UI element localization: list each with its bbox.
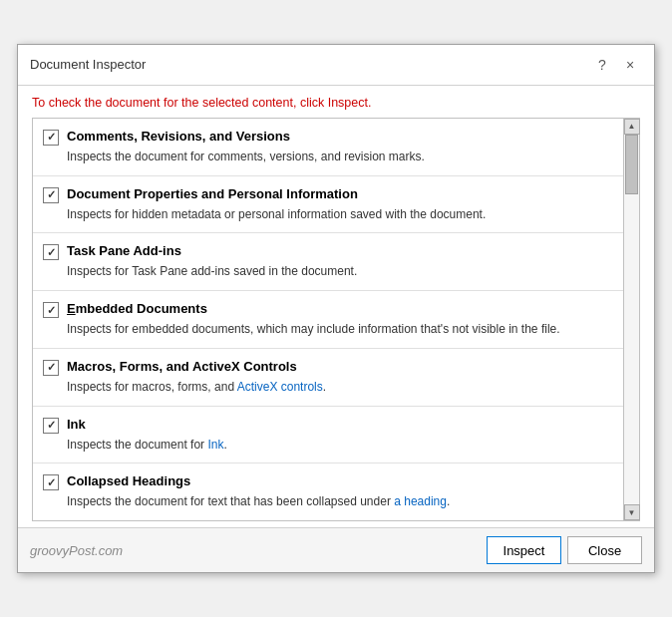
list-item: Macros, Forms, and ActiveX Controls Insp… — [33, 349, 623, 407]
item-desc-embedded: Inspects for embedded documents, which m… — [67, 321, 613, 338]
dialog-body: To check the document for the selected c… — [18, 86, 654, 528]
item-desc-headings: Inspects the document for text that has … — [67, 493, 613, 510]
help-button[interactable]: ? — [590, 53, 614, 77]
item-title-taskpane: Task Pane Add-ins — [67, 243, 181, 258]
item-checkbox-ink[interactable] — [43, 418, 59, 434]
item-header: Ink — [43, 417, 613, 434]
item-checkbox-embedded[interactable] — [43, 302, 59, 318]
title-bar: Document Inspector ? × — [18, 45, 654, 86]
scroll-up-arrow[interactable]: ▲ — [624, 119, 640, 135]
scroll-thumb[interactable] — [625, 135, 638, 194]
dialog-footer: groovyPost.com Inspect Close — [18, 527, 654, 572]
item-header: Collapsed Headings — [43, 473, 613, 490]
item-title-embedded: Embedded Documents — [67, 301, 207, 316]
scrollbar: ▲ ▼ — [623, 119, 639, 521]
title-bar-buttons: ? × — [590, 53, 642, 77]
item-header: Macros, Forms, and ActiveX Controls — [43, 359, 613, 376]
list-item: Comments, Revisions, and Versions Inspec… — [33, 119, 623, 176]
item-checkbox-properties[interactable] — [43, 187, 59, 203]
item-checkbox-macros[interactable] — [43, 360, 59, 376]
item-desc-properties: Inspects for hidden metadata or personal… — [67, 206, 613, 223]
item-header: Embedded Documents — [43, 301, 613, 318]
close-title-button[interactable]: × — [618, 53, 642, 77]
list-item: Collapsed Headings Inspects the document… — [33, 463, 623, 520]
item-checkbox-comments[interactable] — [43, 130, 59, 146]
list-item: Document Properties and Personal Informa… — [33, 176, 623, 234]
document-inspector-dialog: Document Inspector ? × To check the docu… — [17, 44, 655, 574]
item-desc-macros: Inspects for macros, forms, and ActiveX … — [67, 379, 613, 396]
watermark: groovyPost.com — [30, 543, 123, 558]
item-checkbox-taskpane[interactable] — [43, 244, 59, 260]
inspection-list: Comments, Revisions, and Versions Inspec… — [33, 119, 623, 521]
list-item: Embedded Documents Inspects for embedded… — [33, 291, 623, 349]
dialog-title: Document Inspector — [30, 57, 146, 72]
item-desc-ink: Inspects the document for Ink. — [67, 437, 613, 454]
item-header: Comments, Revisions, and Versions — [43, 129, 613, 146]
item-title-macros: Macros, Forms, and ActiveX Controls — [67, 359, 297, 374]
inspect-button[interactable]: Inspect — [487, 536, 561, 564]
scroll-down-arrow[interactable]: ▼ — [624, 504, 640, 520]
item-desc-comments: Inspects the document for comments, vers… — [67, 149, 613, 165]
scroll-track — [624, 135, 639, 505]
item-title-ink: Ink — [67, 417, 86, 432]
list-item: Task Pane Add-ins Inspects for Task Pane… — [33, 233, 623, 291]
close-button[interactable]: Close — [567, 536, 642, 564]
footer-buttons: Inspect Close — [487, 536, 642, 564]
list-item: Ink Inspects the document for Ink. — [33, 407, 623, 464]
item-desc-taskpane: Inspects for Task Pane add-ins saved in … — [67, 263, 613, 280]
item-header: Document Properties and Personal Informa… — [43, 186, 613, 203]
content-area: Comments, Revisions, and Versions Inspec… — [32, 118, 640, 522]
instruction-text: To check the document for the selected c… — [32, 96, 640, 110]
item-title-properties: Document Properties and Personal Informa… — [67, 186, 358, 201]
item-header: Task Pane Add-ins — [43, 243, 613, 260]
item-checkbox-headings[interactable] — [43, 474, 59, 490]
item-title-headings: Collapsed Headings — [67, 473, 190, 488]
item-title-comments: Comments, Revisions, and Versions — [67, 129, 290, 144]
